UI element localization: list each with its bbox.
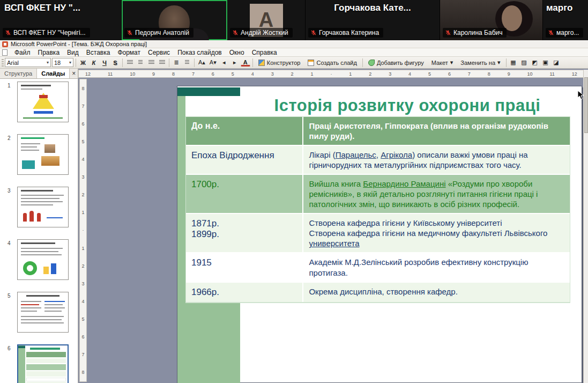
slide-thumbnail[interactable]: [17, 187, 69, 227]
description-cell[interactable]: Праці Аристотеля, Гіппократа (вплив на о…: [303, 117, 570, 145]
period-cell[interactable]: 1700р.: [186, 175, 303, 213]
thumb-art-shape: [21, 85, 51, 86]
ruler-number: 3: [271, 71, 274, 77]
line-spacing-button[interactable]: ≣: [172, 58, 181, 68]
design-label: Конструктор: [267, 60, 301, 66]
slide-thumbnail[interactable]: [17, 239, 69, 280]
font-name-value: Arial: [7, 60, 19, 66]
new-slide-button[interactable]: Создать слайд: [304, 58, 360, 68]
table-row[interactable]: 1915 Академік М.Д.Зелінський розробив еф…: [186, 253, 570, 282]
extra-tool-button[interactable]: ▣: [541, 58, 550, 68]
font-name-combo[interactable]: Arial ▾: [5, 58, 51, 67]
slide-thumbnail[interactable]: [17, 292, 69, 333]
slide-thumbnail[interactable]: [17, 134, 69, 175]
shrink-font-button[interactable]: А▾: [208, 58, 218, 68]
design-button[interactable]: Конструктор: [255, 58, 304, 68]
slide-number: 3: [8, 188, 11, 194]
thumb-art-shape: [44, 307, 65, 308]
canvas-scrollbar[interactable]: [583, 70, 588, 383]
participant-tile-margo[interactable]: марго марго...: [543, 0, 588, 40]
ruler-number: 6: [81, 121, 84, 127]
align-right-button[interactable]: [146, 58, 156, 68]
description-cell[interactable]: Вийшла книга Бернардино Рамацині «Роздум…: [303, 175, 570, 213]
menu-item-insert[interactable]: Вставка: [83, 49, 114, 56]
menu-item-edit[interactable]: Правка: [34, 49, 64, 56]
align-center-button[interactable]: [136, 58, 145, 68]
thumb-art-shape: [21, 201, 63, 202]
ruler-number: 6: [448, 71, 451, 77]
slide-title-backdrop: [185, 96, 240, 116]
period-cell[interactable]: 1966р.: [186, 283, 303, 302]
slide-thumbnail[interactable]: [17, 82, 69, 122]
participant-tile-gorchakova[interactable]: Горчакова Кате... Горчакова Катерина: [306, 0, 440, 40]
toolbar-separator: [169, 58, 169, 67]
replace-button[interactable]: Заменить на ▾: [457, 58, 503, 68]
menu-item-view[interactable]: Вид: [63, 49, 83, 56]
ruler-number: 3: [389, 71, 391, 77]
slide-title[interactable]: Історія розвитку охорони праці: [237, 96, 577, 115]
scrollbar-thumb[interactable]: [584, 77, 588, 133]
ruler-number: 3: [81, 174, 84, 180]
align-right-icon: [148, 60, 154, 65]
tab-outline[interactable]: Структура: [0, 69, 37, 78]
table-row[interactable]: До н.е. Праці Аристотеля, Гіппократа (вп…: [186, 117, 570, 146]
participant-tile-pedorych[interactable]: Педорич Анатолій: [122, 0, 227, 40]
extra-tool-button[interactable]: ▨: [519, 58, 529, 68]
add-shape-button[interactable]: Добавить фигуру: [365, 58, 427, 68]
text-shadow-button[interactable]: S: [110, 58, 120, 68]
toolbar-grip[interactable]: [2, 59, 4, 67]
ruler-number: 4: [81, 157, 84, 162]
font-color-button[interactable]: А: [241, 59, 250, 67]
toolbar-separator: [122, 58, 123, 67]
participant-tile-karolina[interactable]: Каролина Бабич: [440, 0, 543, 40]
menu-item-help[interactable]: Справка: [248, 49, 281, 56]
period-cell[interactable]: 1871р. 1899р.: [186, 214, 303, 252]
menu-item-slideshow[interactable]: Показ слайдов: [174, 49, 226, 56]
slide-thumbnail-selected[interactable]: [17, 344, 69, 383]
increase-indent-button[interactable]: ▸: [230, 58, 240, 68]
menu-item-tools[interactable]: Сервис: [144, 49, 174, 56]
description-cell[interactable]: Створена кафедра гігієни у Київському ун…: [303, 214, 570, 252]
layout-button[interactable]: Макет ▾: [428, 58, 457, 68]
tab-slides[interactable]: Слайды: [37, 69, 70, 78]
menu-item-file[interactable]: Файл: [11, 49, 34, 56]
table-row[interactable]: 1871р. 1899р. Створена кафедра гігієни у…: [186, 214, 570, 253]
slide-editor[interactable]: Історія розвитку охорони праці До н.е. П…: [177, 86, 582, 383]
decrease-indent-button[interactable]: ◂: [219, 58, 229, 68]
underline-button[interactable]: Ч: [100, 58, 109, 68]
font-size-combo[interactable]: 18 ▾: [52, 58, 73, 67]
screen: ВСП ФКЕТ НУ "... ВСП ФКЕТ НУ "Чернігі...…: [0, 0, 588, 383]
description-cell[interactable]: Лікарі (Парацельс, Агрікола) описали важ…: [303, 146, 570, 174]
close-pane-button[interactable]: ×: [70, 69, 78, 78]
window-titlebar[interactable]: Microsoft PowerPoint - [Тема. БЖД Охорон…: [0, 40, 588, 48]
participant-tile-vsp[interactable]: ВСП ФКЕТ НУ "... ВСП ФКЕТ НУ "Чернігі...: [0, 0, 122, 40]
thumb-art-shape: [21, 242, 55, 244]
bold-button[interactable]: Ж: [78, 58, 88, 68]
extra-tool-button[interactable]: ◩: [530, 58, 540, 68]
period-cell[interactable]: До н.е.: [186, 117, 303, 145]
new-slide-icon: [308, 60, 314, 66]
table-row[interactable]: 1966р. Окрема дисципліна, створення кафе…: [186, 283, 570, 303]
menu-item-window[interactable]: Окно: [226, 49, 248, 56]
thumb-art-shape: [21, 195, 64, 196]
description-cell[interactable]: Академік М.Д.Зелінський розробив ефектив…: [303, 253, 570, 281]
participant-tile-andriy[interactable]: А Андрій Жосткий: [227, 0, 306, 40]
extra-tool-button[interactable]: ▦: [509, 58, 518, 68]
numbering-button[interactable]: [182, 58, 192, 68]
align-justify-button[interactable]: [157, 58, 167, 68]
thumb-art-photo: [22, 160, 35, 169]
grow-font-button[interactable]: А▴: [197, 58, 207, 68]
participant-name: марго...: [556, 29, 579, 36]
participant-label: Горчакова Катерина: [308, 28, 383, 38]
table-row[interactable]: 1700р. Вийшла книга Бернардино Рамацині …: [186, 175, 570, 214]
extra-tool-button[interactable]: ◪: [552, 58, 561, 68]
history-table[interactable]: До н.е. Праці Аристотеля, Гіппократа (вп…: [185, 116, 570, 303]
thumb-art-shape: [39, 95, 48, 98]
align-left-button[interactable]: [125, 58, 135, 68]
italic-button[interactable]: К: [89, 58, 99, 68]
period-cell[interactable]: Епоха Відродження: [186, 146, 303, 174]
menu-item-format[interactable]: Формат: [114, 49, 144, 56]
description-cell[interactable]: Окрема дисципліна, створення кафедр.: [303, 283, 570, 302]
table-row[interactable]: Епоха Відродження Лікарі (Парацельс, Агр…: [186, 146, 570, 175]
period-cell[interactable]: 1915: [186, 253, 303, 281]
